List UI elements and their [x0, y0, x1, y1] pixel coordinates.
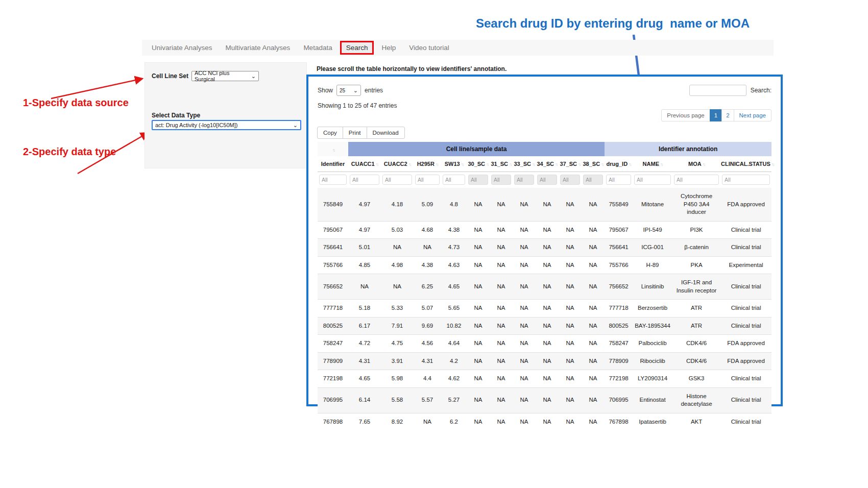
column-header-clinical-status[interactable]: CLINICAL.STATUS↑↓ [720, 156, 771, 172]
table-cell: NA [559, 352, 582, 370]
sort-icon[interactable]: ↑↓ [509, 162, 512, 167]
filter-input-cuacc2[interactable] [382, 175, 412, 185]
table-cell: 7.65 [348, 413, 381, 430]
filter-input-cuacc1[interactable] [350, 175, 379, 185]
table-cell: CDK4/6 [672, 352, 720, 370]
search-input[interactable] [689, 85, 746, 96]
table-cell: 5.07 [414, 300, 441, 318]
column-header-cuacc1[interactable]: CUACC1↑↓ [348, 156, 381, 172]
group-header-identifier-annotation: Identifier annotation [605, 142, 771, 156]
table-cell: Cytochrome P450 3A4 inducer [672, 188, 720, 221]
table-row: 7557664.854.984.384.63NANANANANANA755766… [318, 256, 771, 274]
filter-input-moa[interactable] [674, 175, 719, 185]
sort-icon[interactable]: ↑↓ [771, 162, 774, 167]
search-label: Search: [751, 87, 771, 94]
sort-icon[interactable]: ↑↓ [436, 162, 438, 167]
table-cell: FDA approved [720, 188, 771, 221]
column-header-33-sc[interactable]: 33_SC↑↓ [513, 156, 536, 172]
table-cell: NA [513, 300, 536, 318]
table-cell: NA [559, 274, 582, 300]
nav-item-search[interactable]: Search [340, 41, 374, 55]
column-header-sw13[interactable]: SW13↑↓ [441, 156, 467, 172]
table-cell: 4.31 [414, 352, 441, 370]
nav-item-video-tutorial[interactable]: Video tutorial [402, 41, 456, 55]
column-header-cuacc2[interactable]: CUACC2↑↓ [381, 156, 414, 172]
nav-item-help[interactable]: Help [375, 41, 402, 55]
next-page-button[interactable]: Next page [734, 109, 771, 121]
copy-button[interactable]: Copy [317, 127, 343, 139]
filter-input-drug-id[interactable] [606, 175, 631, 185]
sort-icon[interactable]: ↑↓ [461, 162, 464, 167]
results-table: ↑↓Cell line/sample dataIdentifier annota… [318, 142, 771, 430]
filter-input-identifier[interactable] [319, 175, 347, 185]
column-header-h295r[interactable]: H295R↑↓ [414, 156, 441, 172]
table-cell: NA [490, 370, 513, 388]
column-header-31-sc[interactable]: 31_SC↑↓ [490, 156, 513, 172]
sort-icon[interactable]: ↑↓ [532, 162, 535, 167]
print-button[interactable]: Print [343, 127, 367, 139]
table-cell: NA [559, 221, 582, 239]
table-cell: PKA [672, 256, 720, 274]
table-cell: 5.01 [348, 239, 381, 257]
nav-item-multivariate-analyses[interactable]: Multivariate Analyses [219, 41, 297, 55]
cell-line-set-select[interactable]: ACC NCI plus Surgical ⌄ [191, 71, 259, 81]
table-cell: NA [536, 317, 559, 335]
page-2-button[interactable]: 2 [721, 109, 734, 121]
table-cell: NA [467, 256, 490, 274]
table-cell: BAY-1895344 [633, 317, 672, 335]
download-button[interactable]: Download [367, 127, 405, 139]
table-cell: 5.33 [381, 300, 414, 318]
table-cell: 4.72 [348, 335, 381, 353]
filter-input-clinical-status[interactable] [722, 175, 770, 185]
filter-input-sw13[interactable] [443, 175, 465, 185]
filter-row [318, 172, 771, 188]
filter-input-31-sc [491, 175, 511, 185]
table-cell: 4.2 [441, 352, 467, 370]
sort-icon[interactable]: ↑↓ [408, 162, 411, 167]
column-header-identifier[interactable]: Identifier [318, 156, 348, 172]
settings-panel: Cell Line Set ACC NCI plus Surgical ⌄ Se… [144, 62, 307, 168]
red-annotation-data-source: 1-Specify data source [23, 97, 129, 109]
sort-icon[interactable]: ↑↓ [555, 162, 558, 167]
table-cell: Histone deacetylase [672, 387, 720, 413]
table-cell: NA [467, 188, 490, 221]
column-header-name[interactable]: NAME↑↓ [633, 156, 672, 172]
sort-icon[interactable]: ↑↓ [578, 162, 581, 167]
group-header-blank[interactable]: ↑↓ [318, 142, 348, 156]
sort-icon[interactable]: ↑↓ [601, 162, 604, 167]
nav-item-metadata[interactable]: Metadata [297, 41, 339, 55]
data-type-label: Select Data Type [152, 112, 200, 119]
sort-icon[interactable]: ↑↓ [376, 162, 378, 167]
column-header-moa[interactable]: MOA↑↓ [672, 156, 720, 172]
table-cell: FDA approved [720, 335, 771, 353]
previous-page-button[interactable]: Previous page [661, 109, 710, 121]
sort-icon[interactable]: ↑↓ [486, 162, 489, 167]
table-cell: NA [582, 221, 605, 239]
table-cell: 778909 [605, 352, 633, 370]
table-cell: 10.82 [441, 317, 467, 335]
data-type-select[interactable]: act: Drug Activity (-log10[IC50M]) ⌄ [152, 120, 301, 130]
filter-input-name[interactable] [634, 175, 671, 185]
table-cell: 758247 [605, 335, 633, 353]
nav-item-univariate-analyses[interactable]: Univariate Analyses [145, 41, 219, 55]
sort-icon[interactable]: ↑↓ [332, 148, 335, 153]
page-length-select[interactable]: 25 ⌄ [336, 85, 361, 96]
column-header-30-sc[interactable]: 30_SC↑↓ [467, 156, 490, 172]
sort-icon[interactable]: ↑↓ [703, 162, 705, 167]
table-cell: NA [381, 239, 414, 257]
filter-input-h295r[interactable] [415, 175, 440, 185]
column-header-34-sc[interactable]: 34_SC↑↓ [536, 156, 559, 172]
column-header-37-sc[interactable]: 37_SC↑↓ [559, 156, 582, 172]
sort-icon[interactable]: ↑↓ [629, 162, 631, 167]
column-header-drug-id[interactable]: drug_ID↑↓ [605, 156, 633, 172]
table-cell: Clinical trial [720, 239, 771, 257]
table-cell: 767898 [605, 413, 633, 430]
table-cell: 4.97 [348, 221, 381, 239]
entries-label: entries [365, 87, 383, 94]
table-cell: Clinical trial [720, 300, 771, 318]
page-1-button[interactable]: 1 [710, 109, 722, 121]
column-header-38-sc[interactable]: 38_SC↑↓ [582, 156, 605, 172]
table-cell: NA [467, 370, 490, 388]
sort-icon[interactable]: ↑↓ [660, 162, 663, 167]
table-cell: 777718 [318, 300, 348, 318]
